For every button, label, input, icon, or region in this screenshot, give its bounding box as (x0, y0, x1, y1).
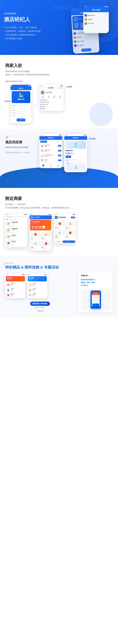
backend-menu-item[interactable]: 核销商品 (40, 108, 63, 110)
backend-menu-item[interactable]: 我的商品管理 (40, 99, 63, 101)
favorite-button[interactable]: 收藏 (55, 240, 61, 243)
activity-phone-1: 10:16◼◼◼ 限时抢购 首届盛典 🎀 精品好物 ¥29 ¥59 (5, 274, 26, 298)
detail-tab-consult[interactable]: 咨询 (69, 159, 72, 161)
supplier-product-item: 🎫 我的行程客服 ¥15.0 编辑 (40, 148, 61, 153)
cross-deco-bl: + (2, 49, 4, 53)
supplier-content: 🛒 酒店供应商 提供商品让酒店+民宿共同销售 供应商商品由管理员核上架，操作便捷… (0, 129, 118, 175)
backend-menu-item[interactable]: 供应商订单管理 (40, 104, 63, 106)
activity-product-item[interactable]: 🎁 限量特惠 ¥19 ¥49 (6, 293, 25, 298)
activity-product-item[interactable]: 🎀 精品好物 ¥29 ¥59 (6, 282, 25, 288)
backend-amount: 10950.57元 (46, 92, 52, 93)
product-img-nearby: 🎁 (31, 232, 40, 237)
nav-dot (57, 164, 59, 166)
supplier-product-item: 🧺 溪缘洗衣服务 ¥10 编辑 (40, 144, 61, 148)
coupon-banner: 40元红包浪花 满100减40元 ¥10 券 ¥15 券 ¥20 (30, 220, 51, 230)
stat-products: 0 单品 (40, 96, 46, 98)
become-agent-button[interactable]: 成为经纪人 (81, 48, 91, 52)
navigate-button[interactable]: 导航 (63, 240, 75, 243)
cat-tab-all[interactable]: 全部 (6, 219, 8, 220)
phone-avatar: 👤 (74, 17, 78, 22)
coupon-item-1[interactable]: ¥10 券 (31, 226, 35, 229)
activity-phones-row: 10:16◼◼◼ 限时抢购 首届盛典 🎀 精品好物 ¥29 ¥59 (5, 274, 75, 298)
act-product-img: 💎 (28, 293, 32, 297)
coupon-item-2[interactable]: ¥15 券 (35, 226, 38, 229)
detail-product-preview: 🧴 (66, 165, 85, 170)
form-row-type: 经营类型 ___________ (12, 112, 30, 114)
product-edit-btn[interactable]: 编辑 (58, 154, 61, 156)
product-img-nearby: 🍎 (41, 241, 51, 246)
nav-home[interactable]: 首页 (40, 164, 47, 168)
supplier-section: 🛒 酒店供应商 提供商品让酒店+民宿共同销售 供应商商品由管理员核上架，操作便捷… (0, 129, 118, 188)
shop-product-card[interactable]: 🍵 ¥128 精品茶叶 (30, 241, 40, 249)
cat-tab-restaurant[interactable]: 美食 (12, 219, 13, 220)
nearby-list: 🍜 特色美食推荐 人均¥50 优惠 🍭 精品零食铺子 人均¥30 新店 (5, 220, 27, 247)
submit-apply-button[interactable]: 提交申请 (17, 118, 26, 122)
detail-tab-detail[interactable]: 详情 (65, 159, 69, 161)
shop-product-card[interactable]: 🎂 ¥45 手工蛋糕 (41, 232, 51, 240)
phone-menu-list-2: 我的提现记录 我的团队 推广者管理 (84, 13, 108, 26)
supplier-tabs: 我的商品管理 已下架 待审核 (40, 140, 61, 143)
nearby-item[interactable]: 🥗 轻食沙拉 人均¥40 (6, 234, 27, 240)
activity-product-item[interactable]: 💎 品牌精选 ¥45 ¥90 (28, 293, 47, 298)
nearby-item[interactable]: 🍜 特色美食推荐 人均¥50 优惠 (6, 221, 27, 228)
detail-tab-verify[interactable]: 核销 (72, 159, 75, 161)
supplier-tab-offline[interactable]: 已下架 (47, 140, 54, 143)
product-edit-btn[interactable]: 编辑 (58, 145, 61, 147)
spec-content-line (92, 302, 99, 303)
activity-product-item[interactable]: 👗 热销单品 ¥39 ¥79 (6, 288, 25, 293)
order-button[interactable]: 确定 (65, 156, 71, 158)
nearby-subtitle: 客户离到二——看店项目！ 平台不推款酒圈！但可以自定义设置手续费，更多信息，还请… (5, 203, 113, 209)
nearby-item[interactable]: 🥩 烤肉工坊 人均¥80 热门 (6, 240, 27, 246)
coupon-go-button[interactable]: GO (42, 226, 45, 228)
shop-product-card[interactable]: 🍎 ¥38 有机水果 (41, 241, 51, 249)
nearby-product-grid: 🎁 ¥99 春日礼盒 🎂 ¥45 手工蛋糕 🍵 ¥1 (30, 231, 52, 250)
banner-title-2: 特价精品 (29, 277, 46, 279)
back-arrow[interactable]: ‹ (41, 87, 41, 89)
nearby-item[interactable]: 🍭 精品零食铺子 人均¥30 新店 (6, 228, 27, 234)
backend-menu-item[interactable]: 我的账单 (40, 106, 63, 108)
supplier-tab-active[interactable]: 我的商品管理 (40, 140, 47, 143)
phone-status: 10:16◼◼◼ (11, 85, 31, 87)
activity-product-item[interactable]: 🌟 每日特惠 ¥15 ¥30 (28, 282, 47, 288)
activity-product-item[interactable]: 🔥 热门推荐 ¥25 ¥50 (28, 288, 47, 293)
product-img: 🎫 (40, 149, 44, 152)
spec-phone-preview: 专题活动 🎄 (90, 290, 101, 309)
nav-orders[interactable]: 订单 (47, 164, 55, 168)
act-product-info: 品牌精选 ¥45 ¥90 (33, 293, 47, 297)
act-product-img: 🎀 (6, 283, 10, 287)
product-edit-btn[interactable]: 编辑 (58, 150, 61, 152)
phone-menu-item-2c[interactable]: 推广者管理 (84, 22, 108, 26)
cat-tab-shopping[interactable]: 购物 (14, 219, 16, 220)
shop-product-card[interactable]: 🎁 ¥99 春日礼盒 (30, 232, 40, 240)
nav-me[interactable]: 我的 (55, 164, 62, 168)
nearby-item-info: 精品零食铺子 人均¥30 新店 (12, 228, 27, 233)
spec-content-line (92, 300, 99, 301)
phone-menu-item-2a[interactable]: 我的提现记录 (84, 14, 108, 18)
merchant-card-icon: 🏪 (13, 93, 29, 98)
backend-stats-grid: 0 单品 0 订单 0 咨询 0 收藏 (40, 96, 63, 98)
nearby-item-img: 🥩 (6, 241, 11, 246)
banner-sub: 首届盛典 (7, 279, 24, 280)
shop-detail-product-card[interactable]: 🍎 ¥38 有机水果 (65, 230, 75, 238)
shop-detail-bottom: 收藏 导航 (54, 240, 76, 243)
shop-detail-product-card[interactable]: 🎂 ¥45 手工蛋糕 (65, 221, 75, 230)
merchant-subtitle: 酒店/民宿申请入驻平台的家庭。 通过后，可管独手机/pc 后台操作管理自己的酒店… (5, 70, 113, 76)
product-detail-nearby: ¥38 有机水果 (41, 246, 51, 249)
phone-menu-item-2b[interactable]: 我的团队 (84, 18, 108, 22)
nearby-search-bar[interactable]: 🔍 搜索商家 (6, 216, 27, 218)
detail-tab-manage[interactable]: 管理 (75, 159, 78, 161)
cat-tab-food[interactable]: 餐饮 (9, 219, 11, 220)
activity-banner-2: 特价精品 每日推荐 (28, 276, 47, 282)
nearby-section: 附近商家 客户离到二——看店项目！ 平台不推款酒圈！但可以自定义设置手续费，更多… (0, 188, 118, 256)
shop-detail-product-card[interactable]: 🍵 ¥128 精品茶叶 (55, 230, 65, 238)
supplier-status-2: 10:16◼◼◼ (64, 134, 87, 136)
shop-product-detail: ¥45 手工蛋糕 (65, 226, 75, 229)
coupon-item-3[interactable]: ¥20 券 (38, 226, 42, 229)
merchant-card-title: 商家入驻 (13, 98, 29, 100)
backend-menu-item[interactable]: 我的商品评价管理 (40, 101, 63, 104)
nearby-status-1: 10:16◼◼◼ (5, 214, 27, 215)
product-edit-btn[interactable]: 编辑 (58, 160, 61, 161)
chat-button[interactable]: 发消息 (71, 216, 75, 218)
supplier-tab-pending[interactable]: 待审核 (55, 140, 61, 143)
shop-detail-product-card[interactable]: 🎁 ¥99 春日礼盒 (55, 221, 65, 230)
